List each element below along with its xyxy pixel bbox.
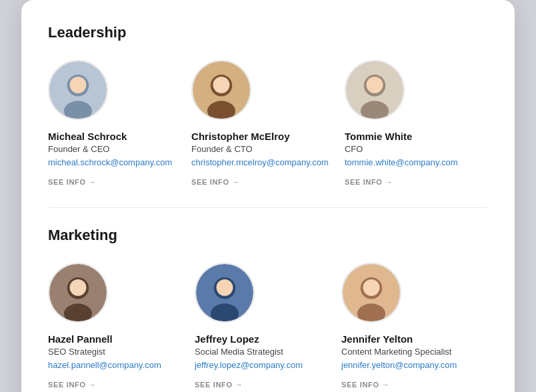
member-email[interactable]: jeffrey.lopez@company.com (195, 360, 325, 370)
avatar (341, 263, 401, 323)
member-name: Micheal Schrock (48, 131, 175, 142)
see-info-label: SEE INFO (48, 381, 86, 389)
avatar (191, 60, 251, 120)
arrow-icon: → (89, 381, 97, 389)
see-info-label: SEE INFO (345, 178, 383, 186)
avatar (48, 60, 108, 120)
member-name: Jennifer Yelton (341, 333, 472, 345)
member-name: Christopher McElroy (191, 131, 329, 142)
avatar (48, 263, 108, 323)
member-role: Founder & CEO (48, 144, 175, 154)
list-item: Jeffrey LopezSocial Media Strategistjeff… (195, 263, 341, 392)
list-item: Tommie WhiteCFOtommie.white@company.comS… (345, 60, 488, 202)
see-info-button[interactable]: SEE INFO→ (191, 178, 239, 186)
member-email[interactable]: hazel.pannell@company.com (48, 360, 179, 370)
see-info-button[interactable]: SEE INFO→ (341, 381, 389, 389)
svg-point-3 (70, 77, 87, 93)
see-info-button[interactable]: SEE INFO→ (48, 381, 96, 389)
member-role: CFO (345, 144, 472, 154)
list-item: Micheal SchrockFounder & CEOmicheal.schr… (48, 60, 191, 202)
avatar (345, 60, 405, 120)
members-grid-marketing: Hazel PannellSEO Strategisthazel.pannell… (48, 263, 488, 392)
svg-point-15 (70, 279, 87, 296)
member-role: Founder & CTO (191, 144, 329, 154)
section-divider (48, 207, 488, 208)
section-title-leadership: Leadership (48, 24, 488, 41)
main-card: LeadershipMicheal SchrockFounder & CEOmi… (21, 0, 515, 392)
arrow-icon: → (382, 381, 390, 389)
section-title-marketing: Marketing (48, 227, 488, 244)
member-role: SEO Strategist (48, 347, 179, 357)
member-role: Content Marketing Specialist (341, 347, 472, 357)
arrow-icon: → (385, 178, 393, 186)
member-email[interactable]: jennifer.yelton@company.com (341, 360, 472, 370)
members-grid-leadership: Micheal SchrockFounder & CEOmicheal.schr… (48, 60, 488, 202)
see-info-label: SEE INFO (195, 381, 233, 389)
see-info-button[interactable]: SEE INFO→ (345, 178, 393, 186)
see-info-button[interactable]: SEE INFO→ (48, 178, 96, 186)
list-item: Christopher McElroyFounder & CTOchristop… (191, 60, 345, 202)
see-info-label: SEE INFO (191, 178, 229, 186)
svg-point-7 (213, 77, 230, 93)
arrow-icon: → (232, 178, 240, 186)
see-info-label: SEE INFO (48, 178, 86, 186)
arrow-icon: → (89, 178, 97, 186)
member-name: Hazel Pannell (48, 333, 179, 345)
member-email[interactable]: christopher.mcelroy@company.com (191, 157, 329, 167)
member-email[interactable]: tommie.white@company.com (345, 157, 472, 167)
see-info-button[interactable]: SEE INFO→ (195, 381, 243, 389)
member-name: Tommie White (345, 131, 472, 142)
svg-point-23 (363, 279, 380, 296)
member-email[interactable]: micheal.schrock@company.com (48, 157, 175, 167)
member-name: Jeffrey Lopez (195, 333, 325, 345)
list-item: Hazel PannellSEO Strategisthazel.pannell… (48, 263, 195, 392)
svg-point-19 (217, 279, 233, 296)
list-item: Jennifer YeltonContent Marketing Special… (341, 263, 488, 392)
svg-point-11 (367, 77, 383, 93)
see-info-label: SEE INFO (341, 381, 379, 389)
avatar (195, 263, 255, 323)
member-role: Social Media Strategist (195, 347, 325, 357)
arrow-icon: → (235, 381, 243, 389)
